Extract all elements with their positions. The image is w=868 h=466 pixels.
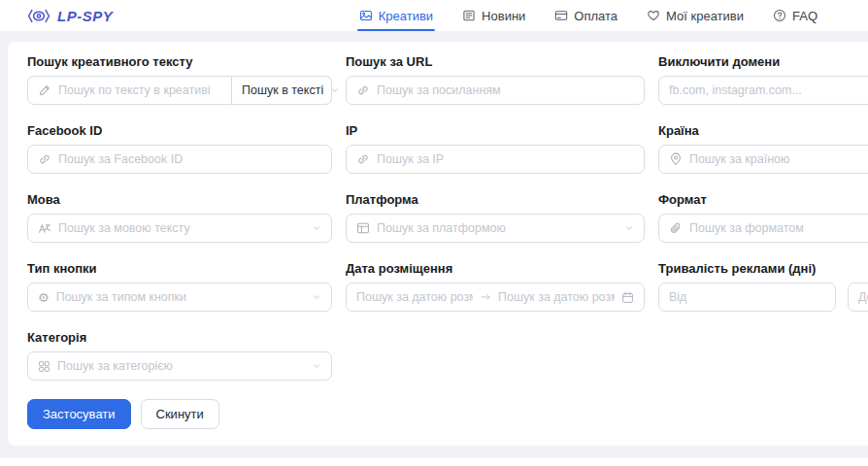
exclude-domains-field[interactable] <box>669 83 868 97</box>
facebook-id-field[interactable] <box>58 152 321 166</box>
category-select[interactable] <box>27 351 332 381</box>
filter-facebook-id: Facebook ID <box>27 123 332 174</box>
ip-input[interactable] <box>346 145 645 174</box>
image-icon <box>359 9 373 22</box>
filter-category: Категорія <box>27 330 332 381</box>
main-nav: Креативи Новини Оплата <box>359 0 818 31</box>
paperclip-icon <box>669 221 683 235</box>
nav-label: Мої креативи <box>666 9 744 23</box>
gear-icon: ⚙ <box>38 291 50 304</box>
field-label: Facebook ID <box>27 123 332 138</box>
eye-logo-icon <box>27 8 50 24</box>
creative-text-field[interactable] <box>58 83 221 97</box>
field-label: Дата розміщення <box>346 261 645 276</box>
url-field[interactable] <box>377 83 634 97</box>
filter-format: Формат <box>658 192 868 243</box>
button-type-select[interactable]: ⚙ <box>27 283 332 312</box>
link-icon <box>38 152 51 166</box>
duration-to-input[interactable] <box>848 283 868 312</box>
filter-exclude-domains: Виключити домени <box>658 54 868 105</box>
chevron-down-icon <box>312 361 321 371</box>
filter-url: Пошук за URL <box>346 54 645 105</box>
filter-duration: Тривалість реклами (дні) <box>658 261 868 312</box>
url-input[interactable] <box>346 76 645 105</box>
link-icon <box>356 152 370 166</box>
logo-text: LP-SPY <box>57 8 113 24</box>
app-logo[interactable]: LP-SPY <box>27 8 113 24</box>
field-label: Формат <box>658 192 868 207</box>
filter-country: Країна <box>658 123 868 174</box>
facebook-id-input[interactable] <box>27 145 332 174</box>
pencil-icon <box>38 83 51 97</box>
chevron-down-icon <box>624 223 634 233</box>
field-label: Тривалість реклами (дні) <box>658 261 868 276</box>
date-range-picker[interactable] <box>346 283 645 312</box>
nav-label: FAQ <box>792 9 818 23</box>
platform-field[interactable] <box>377 221 618 235</box>
filter-button-type: Тип кнопки ⚙ <box>27 261 332 312</box>
nav-tab-faq[interactable]: FAQ <box>773 0 818 31</box>
country-field[interactable] <box>689 152 868 166</box>
date-to-field[interactable] <box>498 290 615 304</box>
calendar-icon <box>621 291 634 304</box>
text-search-mode-select[interactable]: Пошук в тексті <box>232 76 332 105</box>
category-field[interactable] <box>57 359 305 373</box>
format-input[interactable] <box>658 214 868 243</box>
filter-placement-date: Дата розміщення <box>346 261 645 312</box>
duration-from-input[interactable] <box>658 283 836 312</box>
duration-from-field[interactable] <box>669 290 825 304</box>
link-icon <box>356 83 370 97</box>
filter-ip: IP <box>346 123 645 174</box>
translate-icon <box>38 221 51 235</box>
question-circle-icon <box>773 9 786 22</box>
field-label: Мова <box>27 192 332 207</box>
language-field[interactable] <box>58 221 305 235</box>
date-from-field[interactable] <box>356 290 473 304</box>
nav-tab-creatives[interactable]: Креативи <box>359 0 433 31</box>
exclude-domains-input[interactable] <box>658 76 868 105</box>
credit-card-icon <box>554 9 568 22</box>
ip-field[interactable] <box>377 152 634 166</box>
filter-panel: Пошук креативного тексту Пошук в тексті <box>8 42 868 446</box>
heart-icon <box>647 9 660 22</box>
apply-button[interactable]: Застосувати <box>27 399 131 429</box>
filter-language: Мова <box>27 192 332 243</box>
field-label: Платформа <box>346 192 645 207</box>
chevron-down-icon <box>330 85 340 95</box>
news-icon <box>462 9 476 22</box>
platform-select[interactable] <box>346 214 645 243</box>
grid-icon <box>38 360 50 373</box>
duration-to-field[interactable] <box>858 290 868 304</box>
layout-icon <box>356 221 370 235</box>
location-pin-icon <box>669 152 683 166</box>
top-header: LP-SPY Креативи Новини <box>0 0 868 31</box>
format-field[interactable] <box>689 221 868 235</box>
arrow-right-icon <box>480 291 491 303</box>
nav-tab-news[interactable]: Новини <box>462 0 525 31</box>
field-label: Категорія <box>27 330 332 345</box>
field-label: Пошук за URL <box>346 54 645 69</box>
nav-tab-payment[interactable]: Оплата <box>554 0 618 31</box>
button-type-field[interactable] <box>56 290 305 304</box>
filter-platform: Платформа <box>346 192 645 243</box>
field-label: Країна <box>658 123 868 138</box>
filter-creative-text: Пошук креативного тексту Пошук в тексті <box>27 54 332 105</box>
chevron-down-icon <box>312 223 321 233</box>
field-label: IP <box>346 123 645 138</box>
chevron-down-icon <box>312 292 321 302</box>
field-label: Виключити домени <box>658 54 868 69</box>
field-label: Тип кнопки <box>27 261 332 276</box>
selected-mode: Пошук в тексті <box>242 83 323 97</box>
reset-button[interactable]: Скинути <box>141 399 219 429</box>
nav-label: Новини <box>482 9 525 23</box>
country-input[interactable] <box>658 145 868 174</box>
language-select[interactable] <box>27 214 332 243</box>
nav-label: Креативи <box>379 9 433 23</box>
nav-label: Оплата <box>574 9 618 23</box>
creative-text-input[interactable] <box>27 76 232 105</box>
nav-tab-my-creatives[interactable]: Мої креативи <box>647 0 744 31</box>
results-toolbar: Знайдено 48678 креативів на сторінці 1 2… <box>0 458 868 466</box>
field-label: Пошук креативного тексту <box>27 54 332 69</box>
